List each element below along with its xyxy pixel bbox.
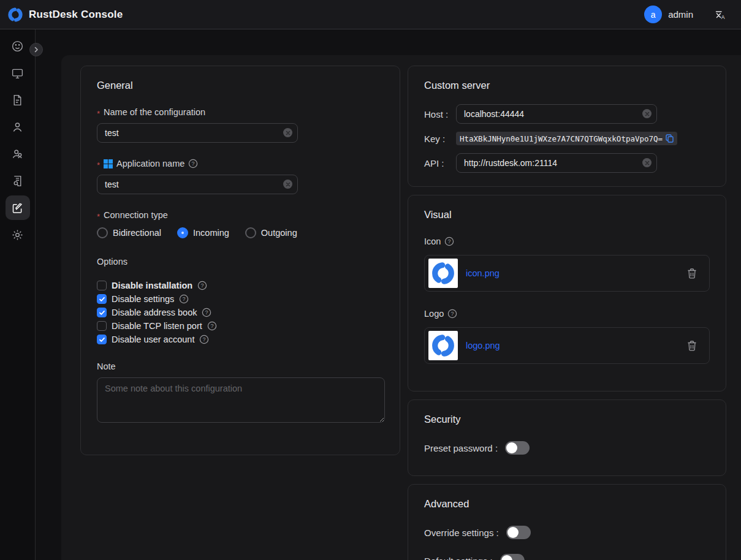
logo-thumbnail xyxy=(428,331,458,360)
document-icon xyxy=(11,94,24,107)
sidebar-item-devices[interactable] xyxy=(6,61,30,85)
option-disable-tcp-listen-port[interactable]: Disable TCP listen port xyxy=(97,319,384,333)
user-menu[interactable]: a admin xyxy=(644,6,693,23)
sidebar-item-dashboard[interactable] xyxy=(6,34,30,58)
security-panel: Security Preset password : xyxy=(408,399,726,476)
sidebar-item-audit[interactable] xyxy=(6,168,30,193)
sidebar-expand-button[interactable] xyxy=(29,43,43,56)
user-name: admin xyxy=(668,9,693,20)
visual-panel: Visual Icon icon.png Logo xyxy=(408,195,726,392)
radio-bidirectional[interactable]: Bidirectional xyxy=(97,227,161,238)
visual-title: Visual xyxy=(424,209,710,221)
logo-upload-row: logo.png xyxy=(424,327,710,364)
key-value: HtaXBkJNHyn0e1U1jWXze7A7CN7QTGWqxkOtpaVp… xyxy=(460,134,663,143)
host-label: Host : xyxy=(424,109,456,119)
radio-outgoing[interactable]: Outgoing xyxy=(245,227,297,238)
preset-password-toggle[interactable] xyxy=(505,441,530,455)
config-name-input[interactable] xyxy=(97,123,298,143)
monitor-icon xyxy=(11,67,24,80)
checkbox[interactable] xyxy=(97,294,107,304)
host-field xyxy=(456,104,657,124)
radio-incoming[interactable]: Incoming xyxy=(177,227,229,238)
clear-icon[interactable] xyxy=(283,180,292,189)
custom-server-title: Custom server xyxy=(424,80,710,91)
custom-server-panel: Custom server Host : Key : HtaXBkJNHyn0e… xyxy=(408,66,726,187)
checkbox[interactable] xyxy=(97,308,107,317)
help-icon[interactable] xyxy=(447,309,457,319)
default-settings-toggle[interactable] xyxy=(500,554,525,560)
key-row: Key : HtaXBkJNHyn0e1U1jWXze7A7CN7QTGWqxk… xyxy=(424,132,710,145)
key-label: Key : xyxy=(424,134,456,144)
help-icon[interactable] xyxy=(202,308,211,317)
connection-type-group: Bidirectional Incoming Outgoing xyxy=(97,227,384,238)
icon-thumbnail xyxy=(428,259,458,288)
option-disable-address-book[interactable]: Disable address book xyxy=(97,306,384,319)
svg-text:A: A xyxy=(721,14,725,20)
avatar[interactable]: a xyxy=(644,6,662,23)
note-label: Note xyxy=(97,361,384,371)
help-icon[interactable] xyxy=(207,321,217,331)
users-icon xyxy=(11,148,24,161)
radio-icon[interactable] xyxy=(97,227,108,238)
logo-label: Logo xyxy=(424,309,710,319)
chevron-right-icon xyxy=(32,46,40,53)
user-icon xyxy=(11,121,24,134)
help-icon[interactable] xyxy=(179,294,189,304)
gear-icon xyxy=(11,229,24,241)
icon-file-link[interactable]: icon.png xyxy=(466,268,500,278)
smiley-icon xyxy=(11,40,24,53)
config-name-field xyxy=(97,123,298,143)
icon-upload-row: icon.png xyxy=(424,255,710,292)
note-textarea[interactable] xyxy=(97,377,385,423)
option-disable-user-account[interactable]: Disable user account xyxy=(97,333,384,346)
host-input[interactable] xyxy=(456,104,657,124)
language-button[interactable]: A xyxy=(714,9,726,21)
required-asterisk: * xyxy=(97,212,100,221)
config-name-label: * Name of the configuration xyxy=(97,107,384,117)
advanced-title: Advanced xyxy=(424,498,710,510)
edit-icon xyxy=(11,202,24,214)
sidebar-item-sessions[interactable] xyxy=(6,88,30,112)
preset-password-label: Preset password : xyxy=(424,443,498,453)
copy-icon[interactable] xyxy=(666,134,674,143)
preset-password-row: Preset password : xyxy=(424,441,710,455)
app-name-input[interactable] xyxy=(97,175,298,194)
required-asterisk: * xyxy=(97,161,100,170)
default-settings-label: Default settings : xyxy=(424,556,493,560)
radio-icon[interactable] xyxy=(245,227,256,238)
brand[interactable]: RustDesk Console xyxy=(7,7,123,23)
checkbox[interactable] xyxy=(97,335,107,344)
sidebar-item-settings[interactable] xyxy=(6,222,30,247)
advanced-panel: Advanced Override settings : Default set… xyxy=(408,484,726,560)
radio-icon[interactable] xyxy=(177,227,188,238)
help-icon[interactable] xyxy=(199,335,209,344)
clear-icon[interactable] xyxy=(642,158,652,167)
checkbox[interactable] xyxy=(97,321,107,331)
help-icon[interactable] xyxy=(197,281,207,290)
document-search-icon xyxy=(11,175,24,187)
trash-icon[interactable] xyxy=(687,341,697,351)
general-panel: General * Name of the configuration * Ap… xyxy=(80,66,400,455)
sidebar-item-groups[interactable] xyxy=(6,142,30,166)
security-title: Security xyxy=(424,414,710,425)
help-icon[interactable] xyxy=(188,159,198,168)
clear-icon[interactable] xyxy=(642,109,652,118)
trash-icon[interactable] xyxy=(687,268,697,279)
general-title: General xyxy=(97,80,384,91)
options-group: Disable installation Disable settings Di… xyxy=(97,279,384,346)
sidebar-item-users[interactable] xyxy=(6,115,30,139)
topbar: RustDesk Console a admin A xyxy=(0,0,741,29)
windows-icon xyxy=(104,159,113,168)
api-input[interactable] xyxy=(456,153,657,173)
sidebar-item-custom-client[interactable] xyxy=(6,195,30,220)
help-icon[interactable] xyxy=(444,236,454,246)
option-disable-installation[interactable]: Disable installation xyxy=(97,279,384,292)
clear-icon[interactable] xyxy=(283,128,292,137)
checkbox[interactable] xyxy=(97,281,107,290)
options-label: Options xyxy=(97,257,384,267)
logo-file-link[interactable]: logo.png xyxy=(466,341,500,350)
key-chip: HtaXBkJNHyn0e1U1jWXze7A7CN7QTGWqxkOtpaVp… xyxy=(456,132,677,145)
required-asterisk: * xyxy=(97,109,100,118)
option-disable-settings[interactable]: Disable settings xyxy=(97,292,384,306)
override-settings-toggle[interactable] xyxy=(506,526,531,539)
